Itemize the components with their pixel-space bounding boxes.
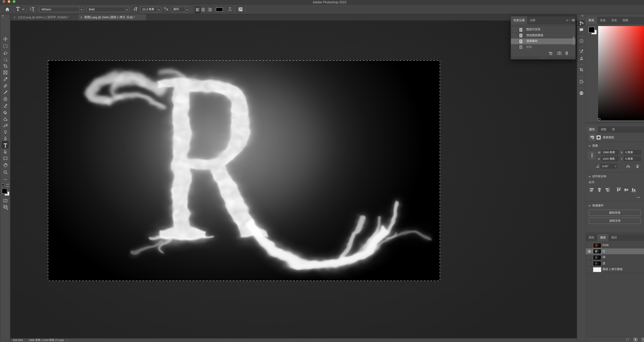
svg-text:R: R: [595, 243, 597, 247]
svg-text:R: R: [595, 262, 597, 266]
svg-text:R: R: [595, 250, 597, 253]
svg-text:R: R: [595, 256, 597, 259]
